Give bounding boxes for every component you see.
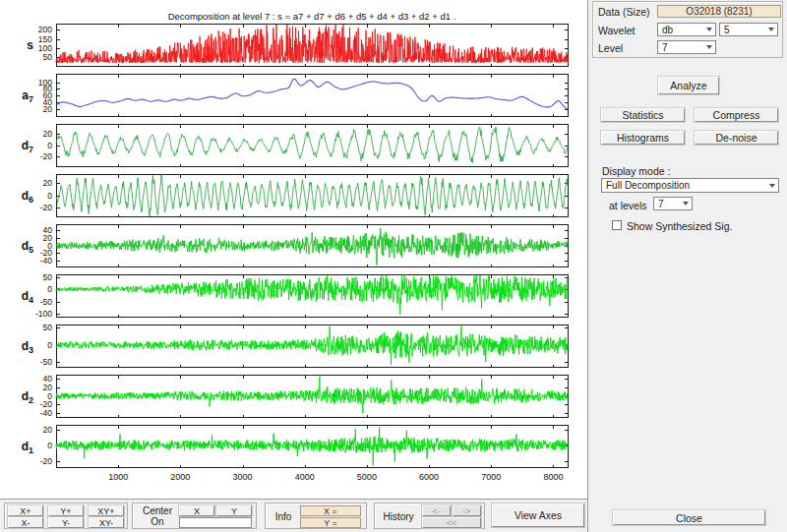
waveform-a7 bbox=[56, 79, 568, 109]
svg-text:2000: 2000 bbox=[170, 472, 190, 482]
panel-d6[interactable]: -20020d6 bbox=[22, 175, 569, 217]
chevron-down-icon bbox=[706, 45, 712, 49]
panel-a7[interactable]: 20406080100a7 bbox=[22, 75, 568, 117]
center-on-label-line2: On bbox=[139, 516, 176, 527]
waveform-d1 bbox=[56, 427, 568, 465]
svg-text:-100: -100 bbox=[35, 309, 52, 319]
panel-d3[interactable]: -50050d3 bbox=[22, 323, 569, 367]
panel-label-d1: d1 bbox=[22, 440, 33, 455]
zoom-y-minus-button[interactable]: Y- bbox=[48, 517, 84, 528]
view-axes-button[interactable]: View Axes bbox=[492, 503, 584, 527]
close-button[interactable]: Close bbox=[613, 510, 765, 525]
y-tick-labels-d1: -20020 bbox=[40, 425, 53, 466]
svg-text:4000: 4000 bbox=[295, 472, 315, 482]
zoom-toolbar: X+ Y+ XY+ X- Y- XY- Center On X Y Info X… bbox=[0, 499, 587, 532]
y-tick-labels-d6: -20020 bbox=[40, 178, 53, 212]
history-back-button[interactable]: <- bbox=[422, 505, 451, 516]
compress-button[interactable]: Compress bbox=[695, 108, 778, 122]
svg-text:5000: 5000 bbox=[357, 472, 377, 482]
x-tick-labels: 10002000300040005000600070008000 bbox=[108, 472, 563, 482]
level-value: 7 bbox=[662, 42, 668, 53]
zoom-buttons-group: X+ Y+ XY+ X- Y- XY- bbox=[4, 502, 128, 529]
histograms-button[interactable]: Histograms bbox=[601, 131, 685, 145]
zoom-y-plus-button[interactable]: Y+ bbox=[48, 505, 84, 516]
center-y-button[interactable]: Y bbox=[216, 505, 252, 516]
y-tick-labels-d4: -100-50050 bbox=[35, 272, 52, 319]
at-levels-label: at levels bbox=[609, 200, 647, 211]
panel-label-a7: a7 bbox=[22, 89, 33, 104]
at-levels-select[interactable]: 7 bbox=[653, 197, 693, 210]
svg-text:100: 100 bbox=[38, 43, 52, 53]
wavelet-family-value: db bbox=[662, 25, 673, 35]
panel-d2[interactable]: -40-2002040d2 bbox=[22, 374, 569, 418]
waveform-d3 bbox=[56, 326, 568, 365]
at-levels-value: 7 bbox=[658, 199, 664, 209]
zoom-xy-minus-button[interactable]: XY- bbox=[89, 517, 124, 528]
svg-text:-20: -20 bbox=[40, 203, 53, 212]
plots-svg: 50100150200s20406080100a7-20020d7-20020d… bbox=[0, 0, 587, 499]
history-label: History bbox=[379, 511, 418, 522]
y-tick-labels-d2: -40-2002040 bbox=[40, 374, 53, 418]
info-label: Info bbox=[270, 511, 297, 522]
panel-label-d5: d5 bbox=[22, 239, 33, 255]
level-select[interactable]: 7 bbox=[657, 40, 716, 54]
svg-text:50: 50 bbox=[43, 323, 53, 332]
wavelet-family-select[interactable]: db bbox=[657, 23, 716, 36]
zoom-x-plus-button[interactable]: X+ bbox=[8, 505, 43, 516]
data-size-label: Data (Size) bbox=[598, 6, 650, 18]
panel-d1[interactable]: -20020d1 bbox=[22, 425, 569, 467]
history-forward-button[interactable]: -> bbox=[453, 505, 481, 516]
center-on-input[interactable] bbox=[179, 517, 252, 528]
svg-text:20: 20 bbox=[43, 425, 53, 435]
history-rewind-button[interactable]: << bbox=[422, 517, 481, 528]
chevron-down-icon bbox=[769, 184, 775, 188]
wavelet-number-select[interactable]: 5 bbox=[719, 23, 778, 36]
svg-text:-20: -20 bbox=[40, 151, 53, 161]
waveform-d4 bbox=[56, 274, 568, 314]
svg-text:0: 0 bbox=[47, 284, 52, 294]
svg-text:-20: -20 bbox=[40, 456, 53, 466]
svg-text:6000: 6000 bbox=[419, 472, 439, 482]
panel-d7[interactable]: -20020d7 bbox=[22, 125, 569, 167]
waveform-d7 bbox=[56, 127, 568, 162]
svg-text:0: 0 bbox=[47, 441, 52, 450]
display-mode-label: Display mode : bbox=[602, 165, 670, 177]
denoise-button[interactable]: De-noise bbox=[695, 131, 778, 145]
zoom-x-minus-button[interactable]: X- bbox=[8, 517, 43, 528]
analyze-button[interactable]: Analyze bbox=[658, 77, 719, 94]
svg-text:20: 20 bbox=[43, 383, 53, 392]
svg-text:0: 0 bbox=[47, 191, 52, 201]
y-tick-labels-d7: -20020 bbox=[40, 129, 53, 161]
info-x-value: X = bbox=[300, 505, 361, 516]
statistics-button[interactable]: Statistics bbox=[601, 108, 685, 122]
svg-text:1000: 1000 bbox=[108, 472, 128, 482]
panel-label-d4: d4 bbox=[22, 289, 33, 305]
waveform-d2 bbox=[56, 377, 568, 414]
svg-text:-40: -40 bbox=[40, 408, 53, 418]
show-synthesized-checkbox[interactable] bbox=[612, 220, 622, 230]
svg-text:50: 50 bbox=[43, 272, 53, 282]
panel-label-d2: d2 bbox=[22, 389, 33, 405]
panel-s[interactable]: 50100150200s bbox=[27, 24, 568, 67]
waveform-d5 bbox=[56, 228, 568, 266]
chevron-down-icon bbox=[706, 28, 712, 31]
svg-text:0: 0 bbox=[47, 340, 52, 350]
info-group: Info X = Y = bbox=[265, 502, 367, 529]
chevron-down-icon bbox=[768, 28, 774, 31]
panel-d5[interactable]: -40-2002040d5 bbox=[22, 225, 569, 267]
svg-text:-50: -50 bbox=[40, 357, 53, 367]
svg-text:100: 100 bbox=[38, 78, 52, 88]
panel-d4[interactable]: -100-50050d4 bbox=[22, 272, 569, 319]
display-mode-select[interactable]: Full Decomposition bbox=[601, 178, 779, 193]
svg-text:20: 20 bbox=[43, 178, 53, 188]
center-x-button[interactable]: X bbox=[179, 505, 214, 516]
info-y-value: Y = bbox=[300, 517, 361, 528]
svg-text:20: 20 bbox=[43, 129, 53, 139]
zoom-xy-plus-button[interactable]: XY+ bbox=[89, 505, 124, 516]
svg-text:200: 200 bbox=[38, 25, 52, 34]
center-on-label-line1: Center bbox=[139, 505, 176, 516]
level-label: Level bbox=[598, 42, 623, 54]
y-tick-labels-s: 50100150200 bbox=[38, 25, 52, 62]
panel-label-d6: d6 bbox=[22, 189, 33, 205]
svg-text:50: 50 bbox=[43, 52, 53, 62]
